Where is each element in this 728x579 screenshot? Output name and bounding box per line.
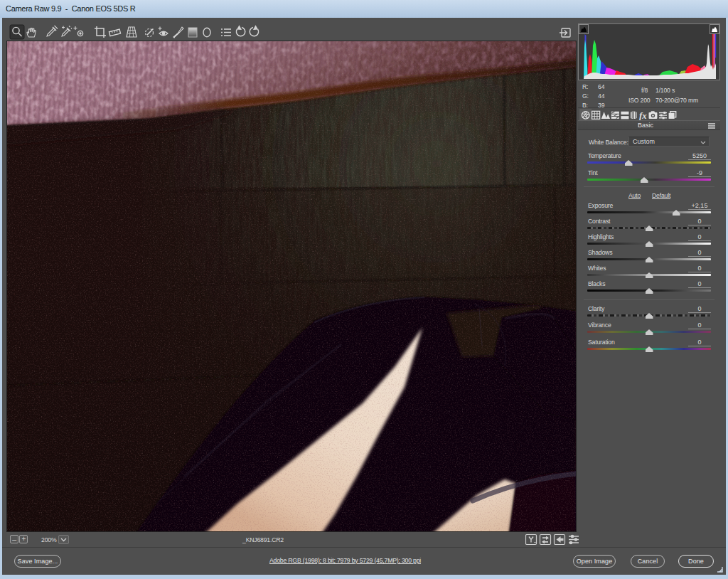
svg-text:fx: fx <box>639 111 647 121</box>
